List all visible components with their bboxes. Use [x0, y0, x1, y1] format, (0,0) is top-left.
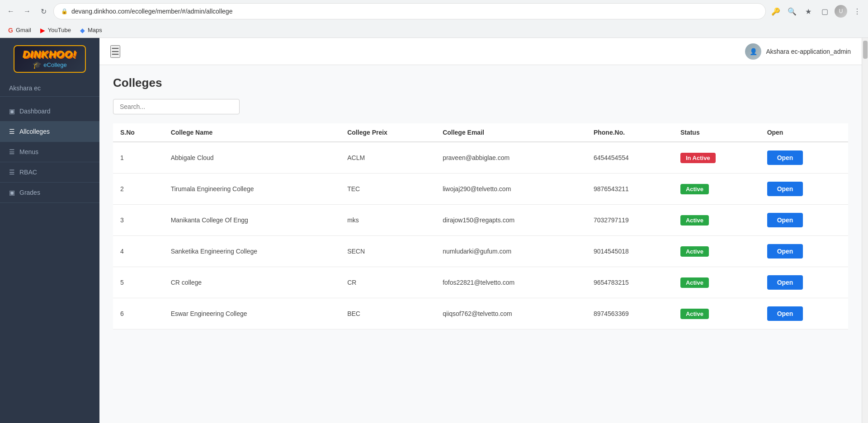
address-bar[interactable]: 🔒 devang.dinkhoo.com/ecollege/member/#/a…: [53, 3, 766, 19]
table-header: S.No College Name College Preix College …: [113, 123, 848, 142]
cell-open[interactable]: Open: [760, 267, 848, 298]
cell-email: qiiqsof762@telvetto.com: [435, 298, 586, 329]
open-button[interactable]: Open: [767, 275, 803, 290]
forward-button[interactable]: →: [21, 5, 33, 18]
status-badge: Active: [680, 246, 709, 257]
col-name: College Name: [164, 123, 340, 142]
security-icon: 🔒: [61, 8, 68, 14]
admin-label: Akshara ec-application_admin: [766, 48, 851, 55]
table-row: 4 Sanketika Engineering College SECN num…: [113, 236, 848, 267]
cell-email: dirajow150@regapts.com: [435, 205, 586, 236]
status-badge: Active: [680, 309, 709, 319]
sidebar-item-rbac[interactable]: ☰ RBAC: [0, 162, 99, 183]
bookmark-youtube[interactable]: ▶ YouTube: [37, 25, 75, 36]
open-button[interactable]: Open: [767, 306, 803, 321]
cell-sno: 3: [113, 205, 164, 236]
col-email: College Email: [435, 123, 586, 142]
sidebar-item-grades[interactable]: ▣ Grades: [0, 183, 99, 203]
profile-avatar[interactable]: U: [835, 5, 847, 18]
sidebar-item-allcolleges[interactable]: ☰ Allcolleges: [0, 122, 99, 142]
col-phone: Phone.No.: [586, 123, 673, 142]
logo-box: DINKHOO! 🎓 eCollege: [14, 45, 86, 73]
status-badge: In Active: [680, 153, 716, 163]
cell-sno: 2: [113, 174, 164, 205]
table-row: 1 Abbigale Cloud ACLM praveen@abbiglae.c…: [113, 142, 848, 174]
gmail-label: Gmail: [16, 27, 31, 33]
cell-status: Active: [673, 174, 760, 205]
cell-phone: 8974563369: [586, 298, 673, 329]
grades-icon: ▣: [9, 189, 15, 196]
col-sno: S.No: [113, 123, 164, 142]
admin-avatar: 👤: [745, 43, 761, 60]
cell-preix: CR: [340, 267, 435, 298]
cell-name: Eswar Engineering College: [164, 298, 340, 329]
app-container: DINKHOO! 🎓 eCollege Akshara ec ▣ Dashboa…: [0, 38, 868, 423]
open-button[interactable]: Open: [767, 182, 803, 196]
right-scrollbar[interactable]: [862, 38, 868, 423]
search-input[interactable]: [113, 99, 240, 114]
cell-name: Sanketika Engineering College: [164, 236, 340, 267]
cell-email: praveen@abbiglae.com: [435, 142, 586, 174]
scrollbar-thumb: [863, 41, 868, 59]
youtube-label: YouTube: [48, 27, 71, 33]
bookmark-icon[interactable]: ★: [802, 5, 815, 18]
browser-toolbar: ← → ↻ 🔒 devang.dinkhoo.com/ecollege/memb…: [0, 0, 868, 23]
back-button[interactable]: ←: [5, 5, 17, 18]
bookmark-gmail[interactable]: G Gmail: [5, 25, 35, 36]
key-icon[interactable]: 🔑: [769, 5, 782, 18]
col-status: Status: [673, 123, 760, 142]
table-row: 3 Manikanta College Of Engg mks dirajow1…: [113, 205, 848, 236]
search-icon[interactable]: 🔍: [786, 5, 798, 18]
top-bar: ☰ 👤 Akshara ec-application_admin: [99, 38, 862, 65]
cell-phone: 9014545018: [586, 236, 673, 267]
sidebar-toggle-icon[interactable]: ▢: [818, 5, 831, 18]
sidebar: DINKHOO! 🎓 eCollege Akshara ec ▣ Dashboa…: [0, 38, 99, 423]
cell-name: Manikanta College Of Engg: [164, 205, 340, 236]
cell-phone: 9654783215: [586, 267, 673, 298]
url-text: devang.dinkhoo.com/ecollege/member/#/adm…: [71, 8, 232, 15]
table-row: 2 Tirumala Engineering College TEC liwoj…: [113, 174, 848, 205]
hamburger-button[interactable]: ☰: [110, 45, 120, 58]
reload-button[interactable]: ↻: [37, 5, 50, 18]
rbac-icon: ☰: [9, 169, 15, 176]
cell-sno: 4: [113, 236, 164, 267]
table-header-row: S.No College Name College Preix College …: [113, 123, 848, 142]
admin-info: 👤 Akshara ec-application_admin: [745, 43, 851, 60]
cell-open[interactable]: Open: [760, 205, 848, 236]
search-area: [113, 99, 848, 114]
open-button[interactable]: Open: [767, 213, 803, 227]
maps-label: Maps: [88, 27, 102, 33]
bookmark-maps[interactable]: ◆ Maps: [76, 25, 106, 36]
main-content: ☰ 👤 Akshara ec-application_admin College…: [99, 38, 862, 423]
browser-chrome: ← → ↻ 🔒 devang.dinkhoo.com/ecollege/memb…: [0, 0, 868, 38]
cell-open[interactable]: Open: [760, 174, 848, 205]
cell-open[interactable]: Open: [760, 142, 848, 174]
cell-preix: BEC: [340, 298, 435, 329]
cell-open[interactable]: Open: [760, 298, 848, 329]
dashboard-icon: ▣: [9, 108, 15, 115]
page-title: Colleges: [113, 76, 848, 90]
cell-phone: 6454454554: [586, 142, 673, 174]
cell-status: Active: [673, 205, 760, 236]
status-badge: Active: [680, 215, 709, 226]
status-badge: Active: [680, 184, 709, 194]
cell-preix: TEC: [340, 174, 435, 205]
maps-icon: ◆: [80, 27, 85, 34]
cell-status: Active: [673, 267, 760, 298]
status-badge: Active: [680, 277, 709, 288]
cell-open[interactable]: Open: [760, 236, 848, 267]
sidebar-item-menus[interactable]: ☰ Menus: [0, 142, 99, 162]
table-row: 6 Eswar Engineering College BEC qiiqsof7…: [113, 298, 848, 329]
table-body: 1 Abbigale Cloud ACLM praveen@abbiglae.c…: [113, 142, 848, 329]
open-button[interactable]: Open: [767, 150, 803, 165]
menus-icon: ☰: [9, 148, 15, 155]
sidebar-item-dashboard[interactable]: ▣ Dashboard: [0, 101, 99, 122]
cell-email: liwojaj290@telvetto.com: [435, 174, 586, 205]
cell-status: Active: [673, 298, 760, 329]
cell-phone: 9876543211: [586, 174, 673, 205]
menu-icon[interactable]: ⋮: [851, 5, 863, 18]
open-button[interactable]: Open: [767, 244, 803, 258]
dashboard-label: Dashboard: [19, 108, 51, 115]
cell-preix: mks: [340, 205, 435, 236]
cell-status: Active: [673, 236, 760, 267]
